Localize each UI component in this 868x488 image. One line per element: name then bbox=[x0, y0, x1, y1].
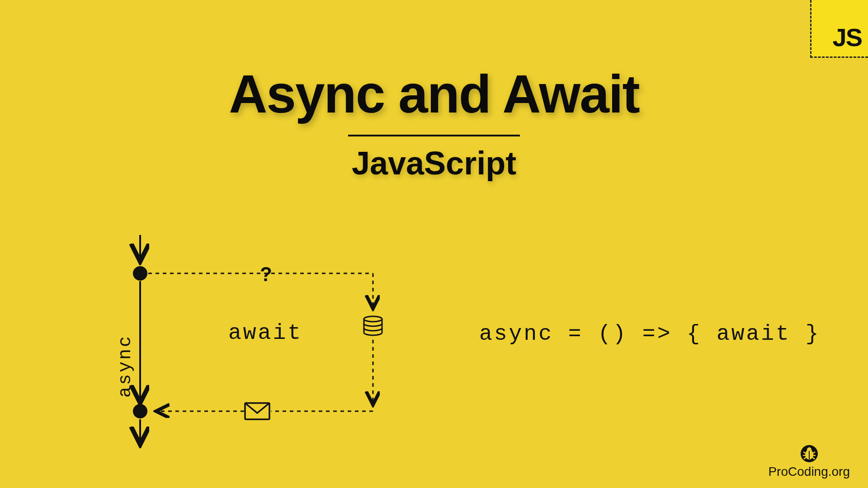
js-badge: JS bbox=[810, 0, 868, 58]
attribution-text: ProCoding.org bbox=[768, 465, 850, 479]
attribution: ProCoding.org bbox=[768, 445, 850, 479]
flow-node-end bbox=[133, 404, 147, 418]
title-divider bbox=[348, 135, 520, 136]
code-snippet: async = () => { await } bbox=[479, 322, 821, 346]
bug-icon bbox=[800, 445, 818, 463]
flow-diagram bbox=[122, 235, 393, 452]
envelope-icon bbox=[245, 403, 269, 419]
js-badge-label: JS bbox=[833, 23, 862, 52]
flow-node-start bbox=[133, 266, 147, 281]
page-title: Async and Await bbox=[229, 63, 639, 125]
database-icon bbox=[364, 316, 382, 335]
svg-point-0 bbox=[364, 316, 382, 322]
page-subtitle: JavaScript bbox=[352, 145, 516, 182]
